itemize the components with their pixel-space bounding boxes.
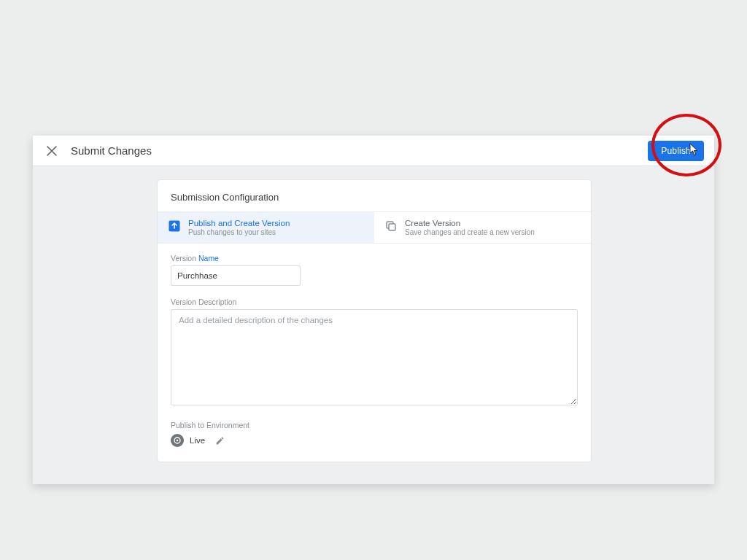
environment-status-icon (171, 434, 184, 447)
submission-config-title: Submission Configuration (158, 180, 591, 211)
version-name-label: Version Name (171, 254, 578, 262)
submit-changes-dialog: Submit Changes Publish Submission Config… (33, 136, 714, 484)
version-description-label: Version Description (171, 298, 578, 306)
option-subtitle: Save changes and create a new version (405, 228, 535, 236)
dialog-title: Submit Changes (71, 144, 152, 157)
version-description-input[interactable] (171, 309, 578, 405)
publish-button[interactable]: Publish (648, 141, 704, 161)
svg-rect-2 (389, 224, 395, 230)
publish-environment-label: Publish to Environment (171, 421, 578, 429)
svg-point-4 (177, 440, 179, 442)
dialog-header: Submit Changes Publish (33, 136, 714, 166)
environment-name: Live (190, 436, 205, 445)
environment-row: Live (171, 434, 578, 447)
edit-environment-icon[interactable] (215, 436, 225, 446)
close-icon[interactable] (43, 142, 61, 160)
submission-card: Submission Configuration Publish and Cre… (157, 179, 592, 462)
option-title: Create Version (405, 219, 535, 228)
option-create-version[interactable]: Create Version Save changes and create a… (374, 212, 591, 243)
option-subtitle: Push changes to your sites (188, 228, 290, 236)
submission-options: Publish and Create Version Push changes … (158, 211, 591, 244)
option-title: Publish and Create Version (188, 219, 290, 228)
copy-icon (384, 219, 398, 233)
option-publish-and-create-version[interactable]: Publish and Create Version Push changes … (158, 212, 374, 243)
version-name-input[interactable] (171, 265, 301, 286)
upload-icon (168, 219, 181, 233)
